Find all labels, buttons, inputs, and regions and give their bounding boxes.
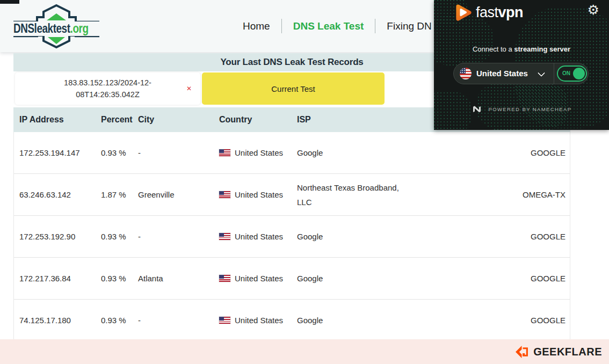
country-name: United States xyxy=(235,148,283,157)
cell-percent: 0.93 % xyxy=(101,316,138,325)
cell-city: - xyxy=(138,316,219,325)
cell-isp: Northeast Texas Broadband, LLC xyxy=(297,180,494,209)
cell-org: GOOGLE xyxy=(494,274,570,283)
cell-isp: Google xyxy=(297,145,494,160)
cell-isp: Google xyxy=(297,229,494,244)
header-percent: Percent xyxy=(101,115,138,125)
cell-ip: 172.253.194.147 xyxy=(19,148,101,157)
screen-corner-artifact xyxy=(0,0,19,4)
close-icon[interactable]: ✕ xyxy=(186,85,192,92)
subtitle-bold: streaming server xyxy=(514,45,570,53)
us-flag-icon xyxy=(219,149,230,156)
cell-ip: 74.125.17.180 xyxy=(19,316,101,325)
cell-city: - xyxy=(138,148,219,157)
cell-org: GOOGLE xyxy=(494,148,570,157)
vpn-toggle-knob xyxy=(573,68,585,79)
namecheap-icon xyxy=(471,105,483,113)
cell-org: GOOGLE xyxy=(494,232,570,241)
fastvpn-content: fastvpn ⚙ Connect to a streaming server … xyxy=(434,0,609,130)
table-row: 172.253.194.147 0.93 % - United States G… xyxy=(14,132,570,174)
vpn-toggle[interactable]: ON xyxy=(557,65,587,82)
previous-test-timestamp: 08T14:26:35.042Z xyxy=(33,89,183,100)
cell-ip: 172.217.36.84 xyxy=(19,274,101,283)
vpn-toggle-label: ON xyxy=(562,67,570,81)
chevron-down-icon xyxy=(538,69,545,77)
cell-city: Greenville xyxy=(138,190,219,199)
server-select[interactable]: United States ON xyxy=(453,63,589,84)
previous-test-label: 183.83.152.123/2024-12- 08T14:26:35.042Z xyxy=(33,77,183,100)
cell-city: Atlanta xyxy=(138,274,219,283)
country-name: United States xyxy=(235,190,283,199)
cell-country: United States xyxy=(219,313,297,327)
nav-item-fixing-dns[interactable]: Fixing DN xyxy=(387,20,431,32)
table-row: 74.125.17.180 0.93 % - United States Goo… xyxy=(14,300,570,341)
country-name: United States xyxy=(235,274,283,283)
table-row: 172.253.192.90 0.93 % - United States Go… xyxy=(14,216,570,258)
brand-fast: fast xyxy=(476,4,498,20)
attribution-bar: GEEKFLARE xyxy=(0,339,609,364)
cell-country: United States xyxy=(219,187,297,202)
geekflare-wordmark: GEEKFLARE xyxy=(533,346,602,358)
country-name: United States xyxy=(235,232,283,241)
nav-item-home[interactable]: Home xyxy=(243,20,270,32)
server-select-value: United States xyxy=(476,63,528,84)
vpn-subtitle: Connect to a streaming server xyxy=(434,45,609,53)
fastvpn-popup: fastvpn ⚙ Connect to a streaming server … xyxy=(434,0,609,130)
country-name: United States xyxy=(235,316,283,325)
cell-percent: 0.93 % xyxy=(101,274,138,283)
cell-org: OMEGA-TX xyxy=(494,190,570,199)
cell-org: GOOGLE xyxy=(494,316,570,325)
header-city: City xyxy=(138,115,219,125)
current-test-label: Current Test xyxy=(271,84,315,93)
cell-ip: 172.253.192.90 xyxy=(19,232,101,241)
table-row: 63.246.63.142 1.87 % Greenville United S… xyxy=(14,174,570,216)
cell-isp: Google xyxy=(297,313,494,327)
us-flag-icon xyxy=(219,233,230,240)
cell-percent: 1.87 % xyxy=(101,190,138,199)
site-logo[interactable]: DNSleaktest.org xyxy=(13,3,99,49)
table-body: 172.253.194.147 0.93 % - United States G… xyxy=(13,132,570,341)
table-row: 172.217.36.84 0.93 % Atlanta United Stat… xyxy=(14,258,570,300)
cell-ip: 63.246.63.142 xyxy=(19,190,101,199)
us-flag-icon xyxy=(219,191,230,198)
cell-country: United States xyxy=(219,229,297,244)
us-flag-icon xyxy=(219,275,230,282)
pill-divider xyxy=(554,63,554,84)
header-country: Country xyxy=(219,115,297,125)
page: DNSleaktest.org Home DNS Leak Test Fixin… xyxy=(0,0,609,364)
geekflare-icon xyxy=(515,345,528,359)
previous-test-tab[interactable]: 183.83.152.123/2024-12- 08T14:26:35.042Z… xyxy=(15,72,200,105)
cell-country: United States xyxy=(219,271,297,286)
cell-percent: 0.93 % xyxy=(101,148,138,157)
fastvpn-triangle-icon xyxy=(454,4,472,21)
logo-tld: .org xyxy=(70,21,89,35)
records-heading: Your Last DNS Leak Test Records xyxy=(220,57,363,68)
cell-percent: 0.93 % xyxy=(101,232,138,241)
geekflare-logo[interactable]: GEEKFLARE xyxy=(515,345,602,359)
cell-city: - xyxy=(138,232,219,241)
powered-by-text: POWERED BY NAMECHEAP xyxy=(488,106,571,112)
nav-item-dns-leak-test[interactable]: DNS Leak Test xyxy=(293,20,364,32)
logo-text: DNSleaktest.org xyxy=(13,21,99,36)
nav-separator xyxy=(375,19,375,33)
subtitle-prefix: Connect to a xyxy=(473,45,514,53)
current-test-tab[interactable]: Current Test xyxy=(202,72,385,105)
powered-by: POWERED BY NAMECHEAP xyxy=(434,105,609,113)
fastvpn-logo: fastvpn xyxy=(454,4,523,21)
nav-separator xyxy=(281,19,282,33)
header-ip: IP Address xyxy=(19,115,101,125)
cell-isp: Google xyxy=(297,271,494,286)
us-flag-icon xyxy=(219,317,230,324)
us-flag-round-icon xyxy=(460,68,472,79)
main-nav: Home DNS Leak Test Fixing DN xyxy=(243,0,432,52)
cell-country: United States xyxy=(219,145,297,160)
previous-test-ip: 183.83.152.123/2024-12- xyxy=(33,77,183,89)
results-table: IP Address Percent City Country ISP 172.… xyxy=(13,107,570,341)
logo-name: DNSleaktest xyxy=(13,21,70,35)
brand-vpn: vpn xyxy=(498,4,524,20)
gear-icon[interactable]: ⚙ xyxy=(588,3,599,17)
